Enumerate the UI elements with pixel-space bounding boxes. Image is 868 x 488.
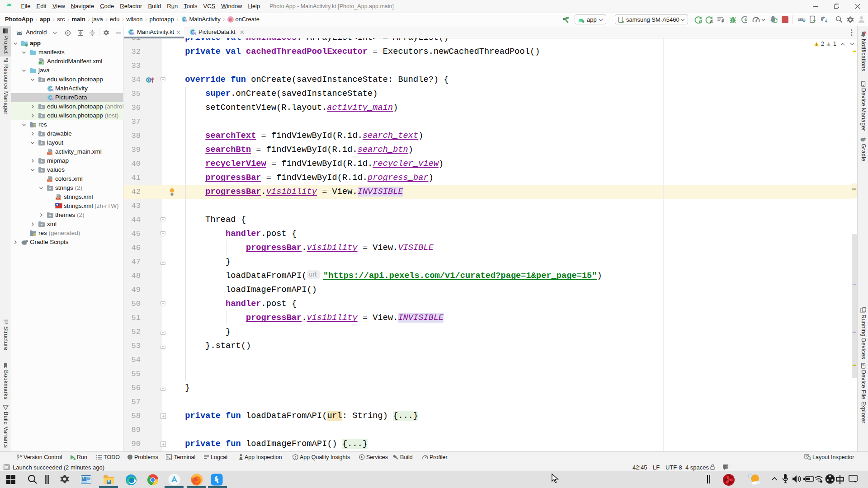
svg-text:MF: MF [39, 61, 43, 65]
svg-text:<>: <> [47, 179, 51, 183]
svg-text:A: A [710, 19, 713, 23]
svg-text:<>: <> [56, 197, 60, 201]
svg-text:<>: <> [47, 152, 51, 155]
svg-text:m: m [229, 17, 232, 22]
